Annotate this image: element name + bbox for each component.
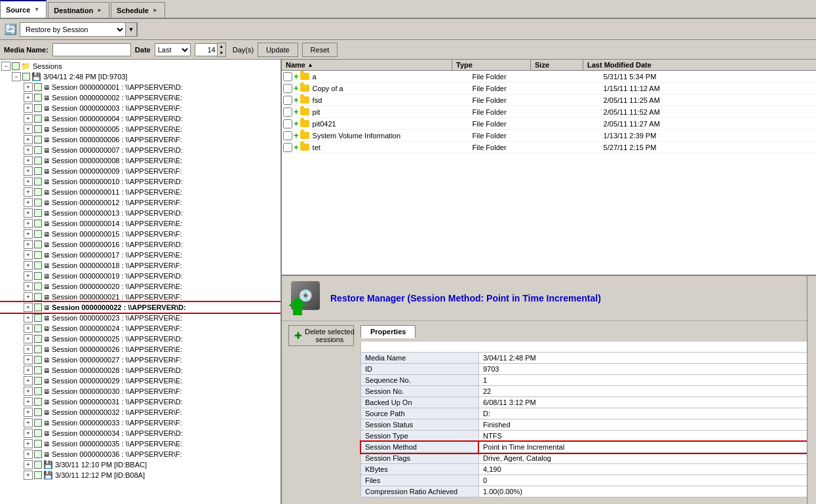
- media-name-input[interactable]: [52, 43, 131, 56]
- tree-session-item[interactable]: +🖥Session 0000000022 : \\APPSERVER\D:: [0, 302, 281, 313]
- file-row[interactable]: +pit0421File Folder2/05/11 11:27 AM: [282, 118, 816, 130]
- tree-session-item[interactable]: +🖥Session 0000000019 : \\APPSERVER\D:: [0, 271, 281, 281]
- session-checkbox[interactable]: [34, 209, 42, 217]
- session-checkbox[interactable]: [34, 450, 42, 458]
- session-expander[interactable]: +: [24, 177, 33, 186]
- session-expander[interactable]: +: [24, 104, 33, 113]
- session-checkbox[interactable]: [34, 408, 42, 416]
- session-expander[interactable]: +: [24, 292, 33, 301]
- session-expander[interactable]: +: [24, 261, 33, 270]
- session-checkbox[interactable]: [34, 398, 42, 406]
- tree-session-item[interactable]: +🖥Session 0000000012 : \\APPSERVER\F:: [0, 197, 281, 208]
- properties-tab[interactable]: Properties: [360, 325, 416, 338]
- file-row[interactable]: +tetFile Folder5/27/11 2:15 PM: [282, 142, 816, 153]
- col-header-name[interactable]: Name ▲: [282, 60, 452, 70]
- tree-session-item[interactable]: +🖥Session 0000000011 : \\APPSERVER\E:: [0, 187, 281, 197]
- tree-node-b08a[interactable]: + 💾 3/30/11 12:12 PM [ID:B08A]: [0, 470, 281, 480]
- session-expander[interactable]: +: [24, 187, 33, 197]
- session-checkbox[interactable]: [34, 167, 42, 175]
- session-checkbox[interactable]: [34, 282, 42, 290]
- col-header-type[interactable]: Type: [452, 60, 531, 70]
- session-expander[interactable]: +: [24, 439, 33, 448]
- session-expander[interactable]: +: [24, 156, 33, 165]
- file-checkbox[interactable]: [283, 107, 292, 117]
- dropdown-arrow[interactable]: ▼: [125, 22, 137, 37]
- session-checkbox[interactable]: [34, 230, 42, 238]
- session-expander[interactable]: +: [24, 303, 33, 312]
- session-checkbox[interactable]: [34, 188, 42, 196]
- bbac-expander[interactable]: +: [24, 460, 33, 469]
- tree-session-item[interactable]: +🖥Session 0000000006 : \\APPSERVER\F:: [0, 134, 281, 145]
- session-expander[interactable]: +: [24, 198, 33, 207]
- session-expander[interactable]: +: [24, 313, 33, 322]
- tree-session-item[interactable]: +🖥Session 0000000007 : \\APPSERVER\D:: [0, 145, 281, 155]
- session-checkbox[interactable]: [34, 125, 42, 133]
- session-checkbox[interactable]: [34, 136, 42, 144]
- tree-session-item[interactable]: +🖥Session 0000000023 : \\APPSERVER\E:: [0, 313, 281, 323]
- session-expander[interactable]: +: [24, 135, 33, 144]
- tree-session-item[interactable]: +🖥Session 0000000036 : \\APPSERVER\F:: [0, 449, 281, 459]
- tree-session-item[interactable]: +🖥Session 0000000034 : \\APPSERVER\D:: [0, 428, 281, 438]
- tree-session-item[interactable]: +🖥Session 0000000001 : \\APPSERVER\D:: [0, 82, 281, 92]
- tree-node-bbac[interactable]: + 💾 3/30/11 12:10 PM [ID:BBAC]: [0, 459, 281, 470]
- tree-session-item[interactable]: +🖥Session 0000000029 : \\APPSERVER\E:: [0, 376, 281, 386]
- spinner-up[interactable]: ▲: [218, 43, 225, 50]
- session-expander[interactable]: +: [24, 208, 33, 218]
- session-expander[interactable]: +: [24, 125, 33, 134]
- tree-sessions-node[interactable]: − 💾 3/04/11 2:48 PM [ID:9703]: [0, 71, 281, 82]
- session-expander[interactable]: +: [24, 387, 33, 396]
- session-expander[interactable]: +: [24, 450, 33, 459]
- root-expander[interactable]: −: [1, 62, 10, 71]
- scroll-track[interactable]: [807, 276, 816, 504]
- file-row[interactable]: +fsdFile Folder2/05/11 11:25 AM: [282, 94, 816, 106]
- session-checkbox[interactable]: [34, 199, 42, 206]
- session-expander[interactable]: +: [24, 93, 33, 102]
- tree-session-item[interactable]: +🖥Session 0000000021 : \\APPSERVER\F:: [0, 292, 281, 302]
- tree-session-item[interactable]: +🖥Session 0000000025 : \\APPSERVER\D:: [0, 334, 281, 344]
- tree-session-item[interactable]: +🖥Session 0000000028 : \\APPSERVER\D:: [0, 365, 281, 376]
- session-checkbox[interactable]: [34, 104, 42, 112]
- file-checkbox[interactable]: [283, 72, 292, 81]
- tree-session-item[interactable]: +🖥Session 0000000024 : \\APPSERVER\F:: [0, 323, 281, 334]
- session-expander[interactable]: +: [24, 282, 33, 291]
- session-checkbox[interactable]: [34, 335, 42, 343]
- session-checkbox[interactable]: [34, 115, 42, 123]
- session-checkbox[interactable]: [34, 157, 42, 165]
- session-expander[interactable]: +: [24, 429, 33, 438]
- restore-method-dropdown[interactable]: Restore by Session: [20, 23, 125, 36]
- tree-session-item[interactable]: +🖥Session 0000000015 : \\APPSERVER\F:: [0, 229, 281, 239]
- session-expander[interactable]: +: [24, 408, 33, 417]
- tree-session-item[interactable]: +🖥Session 0000000030 : \\APPSERVER\F:: [0, 386, 281, 397]
- b08a-expander[interactable]: +: [24, 471, 33, 480]
- delete-sessions-button[interactable]: ✚ Delete selectedsessions: [288, 325, 354, 346]
- tree-session-item[interactable]: +🖥Session 0000000018 : \\APPSERVER\F:: [0, 260, 281, 271]
- session-expander[interactable]: +: [24, 240, 33, 249]
- session-checkbox[interactable]: [34, 314, 42, 322]
- session-checkbox[interactable]: [34, 262, 42, 269]
- root-checkbox[interactable]: [12, 62, 20, 70]
- session-expander[interactable]: +: [24, 366, 33, 375]
- session-expander[interactable]: +: [24, 250, 33, 260]
- session-checkbox[interactable]: [34, 387, 42, 395]
- spinner-down[interactable]: ▼: [218, 50, 225, 56]
- tree-session-item[interactable]: +🖥Session 0000000026 : \\APPSERVER\E:: [0, 344, 281, 355]
- session-expander[interactable]: +: [24, 271, 33, 281]
- col-header-size[interactable]: Size: [531, 60, 583, 70]
- tree-session-item[interactable]: +🖥Session 0000000020 : \\APPSERVER\E:: [0, 281, 281, 292]
- session-expander[interactable]: +: [24, 418, 33, 427]
- file-row[interactable]: +pitFile Folder2/05/11 11:52 AM: [282, 106, 816, 118]
- tree-session-item[interactable]: +🖥Session 0000000005 : \\APPSERVER\E:: [0, 124, 281, 134]
- session-expander[interactable]: +: [24, 219, 33, 228]
- sessions-expander[interactable]: −: [12, 72, 21, 81]
- tree-session-item[interactable]: +🖥Session 0000000003 : \\APPSERVER\F:: [0, 103, 281, 113]
- tree-session-item[interactable]: +🖥Session 0000000031 : \\APPSERVER\D:: [0, 397, 281, 407]
- file-checkbox[interactable]: [283, 143, 292, 152]
- file-list-body[interactable]: +aFile Folder5/31/11 5:34 PM+Copy of aFi…: [282, 71, 816, 275]
- session-expander[interactable]: +: [24, 324, 33, 333]
- tab-source[interactable]: Source ▼: [0, 0, 47, 18]
- file-checkbox[interactable]: [283, 119, 292, 128]
- session-checkbox[interactable]: [34, 419, 42, 427]
- tab-destination[interactable]: Destination ►: [48, 2, 109, 18]
- tree-session-item[interactable]: +🖥Session 0000000013 : \\APPSERVER\D:: [0, 208, 281, 218]
- session-checkbox[interactable]: [34, 272, 42, 280]
